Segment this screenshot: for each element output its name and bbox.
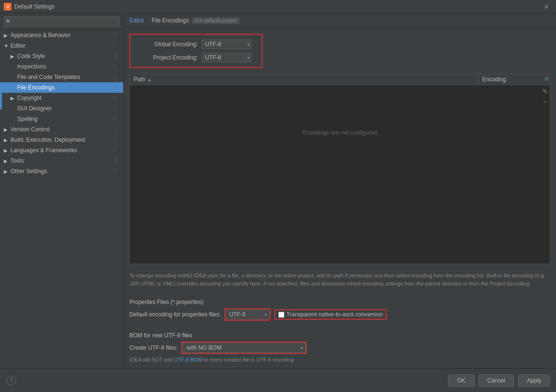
gear-icon-tools: ⚙ (113, 157, 119, 164)
default-encoding-row: Default encoding for properties files: U… (129, 308, 550, 321)
col-path-header[interactable]: Path ▲ (130, 74, 478, 85)
gear-icon-file-code-templates: ⚙ (113, 74, 119, 80)
path-table-actions: ✎ − (541, 87, 549, 107)
gear-icon-copyright: ⚙ (113, 95, 119, 101)
edit-path-button[interactable]: ✎ (541, 87, 549, 96)
breadcrumb-editor[interactable]: Editor (129, 17, 144, 24)
sidebar-item-editor[interactable]: ▼Editor⚙ (0, 40, 123, 51)
bottom-bar: OK Cancel Apply (0, 368, 556, 392)
sidebar-label-file-encodings: File Encodings (17, 84, 113, 91)
sidebar-item-spelling[interactable]: Spelling⚙ (0, 114, 123, 124)
transparent-checkbox[interactable] (278, 312, 284, 318)
content-area: Editor › File Encodings For default proj… (124, 13, 556, 368)
sidebar-label-version-control: Version Control (10, 126, 113, 133)
props-encoding-select[interactable]: UTF-8 UTF-16 ISO-8859-1 (226, 310, 269, 319)
breadcrumb-current: File Encodings (152, 17, 189, 24)
ok-button[interactable]: OK (448, 374, 474, 387)
global-encoding-row: Global Encoding: UTF-8 UTF-16 ISO-8859-1… (136, 39, 256, 49)
add-path-button[interactable]: + (545, 75, 549, 83)
gear-icon-gui-designer: ⚙ (113, 105, 119, 112)
col-encoding-header: Encoding (478, 74, 550, 85)
project-encoding-label: Project Encoding: (136, 54, 198, 61)
bom-info-text: IDEA will NOT add UTF-8 BOM to every cre… (129, 357, 550, 363)
gear-icon-appearance-behavior: ⚙ (113, 32, 119, 39)
sidebar-label-build-execution: Build, Execution, Deployment (10, 137, 113, 143)
project-encoding-row: Project Encoding: UTF-8 UTF-16 ISO-8859-… (136, 53, 256, 62)
sidebar-item-gui-designer[interactable]: GUI Designer⚙ (0, 103, 123, 114)
side-accent (0, 86, 2, 109)
gear-icon-other-settings: ⚙ (113, 168, 119, 175)
sidebar-label-other-settings: Other Settings (10, 168, 113, 175)
gear-icon-inspections: ⚙ (113, 63, 119, 70)
bom-section-label: BOM for new UTF-8 files (129, 332, 550, 339)
transparent-checkbox-wrapper: Transparent native-to-ascii conversion (274, 309, 387, 320)
bom-section: BOM for new UTF-8 files Create UTF-8 fil… (129, 328, 550, 363)
bom-select-outer: with NO BOM with BOM with BOM if Windows… (181, 342, 307, 354)
window-title: Default Settings (14, 3, 55, 10)
breadcrumb: Editor › File Encodings For default proj… (124, 13, 556, 28)
app-icon: J (4, 3, 11, 10)
sidebar-arrow-appearance-behavior: ▶ (4, 33, 10, 38)
help-icon[interactable]: ? (7, 376, 16, 385)
sidebar-label-languages-frameworks: Languages & Frameworks (10, 147, 113, 154)
sidebar-arrow-version-control: ▶ (4, 127, 10, 132)
sidebar-arrow-tools: ▶ (4, 158, 10, 164)
content-body: Global Encoding: UTF-8 UTF-16 ISO-8859-1… (124, 28, 556, 368)
transparent-label: Transparent native-to-ascii conversion (286, 311, 383, 318)
sidebar-item-file-code-templates[interactable]: File and Code Templates⚙ (0, 72, 123, 82)
props-encoding-select-wrapper: UTF-8 UTF-16 ISO-8859-1 (224, 308, 271, 321)
path-table-header: Path ▲ Encoding (130, 74, 550, 85)
global-encoding-label: Global Encoding: (136, 41, 198, 48)
sidebar-search-container (0, 13, 123, 30)
sidebar-arrow-build-execution: ▶ (4, 137, 10, 143)
project-encoding-select-wrapper: UTF-8 UTF-16 ISO-8859-1 windows-1251 (202, 53, 252, 62)
utf8-bom-link[interactable]: UTF-8 BOM (174, 357, 202, 363)
sidebar-label-appearance-behavior: Appearance & Behavior (10, 32, 113, 39)
search-input[interactable] (4, 16, 119, 27)
properties-section: Properties Files (*.properties) Default … (129, 295, 550, 321)
sidebar-arrow-languages-frameworks: ▶ (4, 148, 10, 153)
cancel-button[interactable]: Cancel (478, 374, 514, 387)
sidebar-item-file-encodings[interactable]: File Encodings⚙ (0, 82, 123, 93)
sidebar-label-tools: Tools (10, 157, 113, 164)
sidebar-item-languages-frameworks[interactable]: ▶Languages & Frameworks⚙ (0, 145, 123, 156)
close-button[interactable]: ✕ (541, 2, 552, 11)
sidebar-item-copyright[interactable]: ▶Copyright⚙ (0, 93, 123, 103)
apply-button[interactable]: Apply (518, 374, 550, 387)
sidebar-arrow-code-style: ▶ (10, 54, 17, 59)
sort-arrow-icon: ▲ (147, 77, 152, 82)
sidebar-label-editor: Editor (10, 42, 113, 49)
sidebar-item-tools[interactable]: ▶Tools⚙ (0, 156, 123, 166)
hint-text: To change encoding IntelliJ IDEA uses fo… (129, 268, 550, 291)
project-encoding-select[interactable]: UTF-8 UTF-16 ISO-8859-1 windows-1251 (202, 53, 252, 62)
gear-icon-languages-frameworks: ⚙ (113, 147, 119, 154)
sidebar-label-copyright: Copyright (17, 95, 113, 101)
sidebar-item-build-execution[interactable]: ▶Build, Execution, Deployment⚙ (0, 135, 123, 145)
gear-icon-code-style: ⚙ (113, 53, 119, 59)
sidebar-arrow-other-settings: ▶ (4, 169, 10, 174)
default-encoding-label: Default encoding for properties files: (129, 311, 221, 318)
titlebar: J Default Settings ✕ (0, 0, 556, 13)
sidebar-item-inspections[interactable]: Inspections⚙ (0, 61, 123, 72)
path-table-empty-message: Encodings are not configured (130, 85, 550, 180)
sidebar: ▶Appearance & Behavior⚙▼Editor⚙▶Code Sty… (0, 13, 124, 368)
breadcrumb-tag: For default project (192, 17, 240, 24)
gear-icon-version-control: ⚙ (113, 126, 119, 133)
sidebar-item-appearance-behavior[interactable]: ▶Appearance & Behavior⚙ (0, 30, 123, 40)
gear-icon-editor: ⚙ (113, 42, 119, 49)
sidebar-item-version-control[interactable]: ▶Version Control⚙ (0, 124, 123, 135)
gear-icon-build-execution: ⚙ (113, 137, 119, 143)
encoding-top-box: Global Encoding: UTF-8 UTF-16 ISO-8859-1… (129, 34, 263, 68)
path-table-container: Path ▲ Encoding + ✎ − Encodings are not … (129, 74, 550, 264)
remove-path-button[interactable]: − (541, 97, 549, 107)
sidebar-item-other-settings[interactable]: ▶Other Settings⚙ (0, 166, 123, 176)
properties-section-label: Properties Files (*.properties) (129, 299, 550, 305)
sidebar-label-file-code-templates: File and Code Templates (17, 74, 113, 80)
sidebar-label-inspections: Inspections (17, 63, 113, 70)
sidebar-label-spelling: Spelling (17, 116, 113, 122)
global-encoding-select[interactable]: UTF-8 UTF-16 ISO-8859-1 windows-1251 (202, 39, 252, 49)
sidebar-label-gui-designer: GUI Designer (17, 105, 113, 112)
create-utf8-label: Create UTF-8 files: (129, 344, 177, 351)
sidebar-item-code-style[interactable]: ▶Code Style⚙ (0, 51, 123, 61)
bom-select[interactable]: with NO BOM with BOM with BOM if Windows… (182, 343, 306, 353)
